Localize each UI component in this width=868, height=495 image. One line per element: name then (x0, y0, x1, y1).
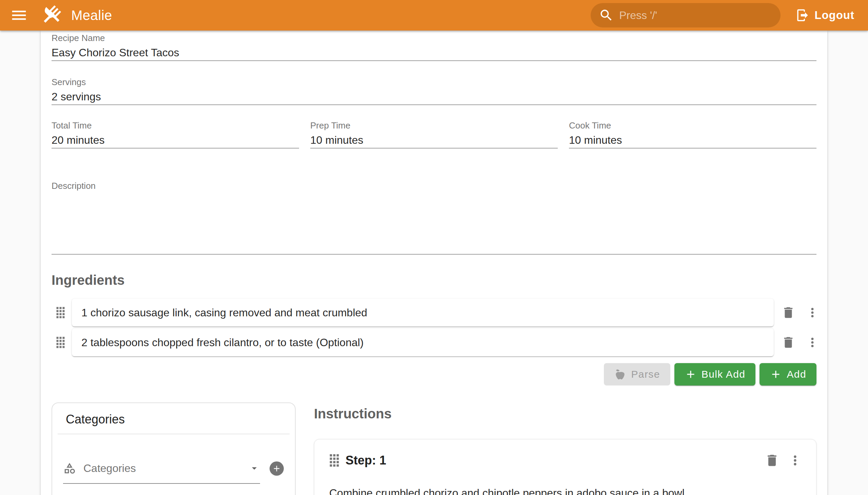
prep-time-value: 10 minutes (310, 133, 558, 148)
total-time-field[interactable]: Total Time 20 minutes (52, 121, 299, 149)
time-fields-row: Total Time 20 minutes Prep Time 10 minut… (52, 121, 816, 149)
menu-icon (10, 6, 28, 24)
plus-icon (272, 464, 282, 473)
add-label: Add (787, 369, 806, 380)
servings-value: 2 servings (52, 89, 816, 104)
ingredient-row: 2 tablespoons chopped fresh cilantro, or… (52, 328, 816, 356)
caret-down-icon (249, 462, 260, 474)
categories-select-area: Categories (52, 453, 295, 484)
add-button[interactable]: Add (760, 363, 816, 386)
categories-select-label: Categories (83, 462, 136, 475)
recipe-editor-card: Recipe Name Easy Chorizo Street Tacos Se… (41, 31, 827, 495)
bottom-section: Categories Categories (52, 403, 816, 495)
plus-icon (770, 368, 782, 380)
bulk-add-label: Bulk Add (701, 369, 746, 380)
search-input[interactable]: Press '/' (591, 3, 781, 28)
drag-handle-icon[interactable] (56, 306, 65, 319)
description-label: Description (52, 181, 816, 190)
plus-icon (684, 368, 697, 380)
menu-button[interactable] (10, 6, 29, 25)
cook-time-field[interactable]: Cook Time 10 minutes (569, 121, 816, 149)
ingredient-input[interactable]: 1 chorizo sausage link, casing removed a… (72, 299, 774, 326)
step-menu-button[interactable] (790, 453, 800, 468)
step-header: Step: 1 (314, 439, 816, 468)
recipe-name-value: Easy Chorizo Street Tacos (52, 46, 816, 61)
description-textarea[interactable] (52, 190, 816, 254)
cook-time-label: Cook Time (569, 121, 816, 130)
ingredient-menu-button[interactable] (807, 335, 817, 350)
ingredient-menu-button[interactable] (807, 305, 817, 320)
parse-label: Parse (631, 369, 660, 380)
recipe-name-label: Recipe Name (52, 33, 816, 43)
ingredient-actions: Parse Bulk Add Add (52, 363, 816, 386)
add-category-button[interactable] (270, 461, 284, 476)
prep-time-field[interactable]: Prep Time 10 minutes (310, 121, 558, 149)
logout-icon (796, 8, 810, 22)
total-time-label: Total Time (52, 121, 299, 130)
ingredients-heading: Ingredients (52, 272, 816, 288)
kebab-icon (788, 453, 803, 468)
delete-icon (781, 335, 796, 349)
logout-button[interactable]: Logout (791, 8, 854, 22)
kebab-icon (805, 335, 819, 349)
drag-handle-icon[interactable] (56, 336, 65, 349)
shapes-icon (63, 462, 76, 475)
cook-time-value: 10 minutes (569, 133, 816, 148)
kebab-icon (805, 306, 819, 320)
description-field[interactable]: Description (52, 181, 816, 255)
logout-label: Logout (814, 9, 854, 22)
servings-label: Servings (52, 77, 816, 87)
categories-card: Categories Categories (52, 403, 296, 495)
delete-ingredient-button[interactable] (781, 335, 796, 350)
instructions-heading: Instructions (314, 406, 816, 422)
delete-ingredient-button[interactable] (781, 305, 796, 320)
drag-handle-icon[interactable] (329, 453, 339, 467)
delete-icon (781, 306, 796, 320)
app-title: Mealie (71, 8, 112, 23)
categories-card-title: Categories (52, 403, 295, 427)
app-bar: Mealie Press '/' Logout (0, 0, 868, 31)
ingredient-row: 1 chorizo sausage link, casing removed a… (52, 299, 816, 326)
instruction-step-card: Step: 1 Combine crumbled chorizo and chi… (314, 439, 816, 495)
servings-field[interactable]: Servings 2 servings (52, 77, 816, 105)
ingredient-input[interactable]: 2 tablespoons chopped fresh cilantro, or… (72, 328, 774, 356)
search-icon (599, 8, 614, 23)
parse-button[interactable]: Parse (604, 363, 670, 386)
silverware-icon (40, 4, 62, 27)
apple-icon (614, 368, 626, 380)
delete-step-button[interactable] (765, 453, 780, 468)
categories-select[interactable]: Categories (63, 453, 260, 484)
categories-column: Categories Categories (52, 403, 296, 495)
step-title: Step: 1 (345, 453, 386, 468)
divider (58, 433, 290, 434)
step-text-input[interactable]: Combine crumbled chorizo and chipotle pe… (329, 485, 800, 495)
instructions-column: Instructions Step: 1 (314, 403, 816, 495)
ingredients-list: 1 chorizo sausage link, casing removed a… (52, 299, 816, 356)
search-placeholder: Press '/' (619, 9, 657, 22)
recipe-name-field[interactable]: Recipe Name Easy Chorizo Street Tacos (52, 33, 816, 61)
delete-icon (765, 453, 780, 468)
total-time-value: 20 minutes (52, 133, 299, 148)
bulk-add-button[interactable]: Bulk Add (675, 363, 756, 386)
prep-time-label: Prep Time (310, 121, 558, 130)
